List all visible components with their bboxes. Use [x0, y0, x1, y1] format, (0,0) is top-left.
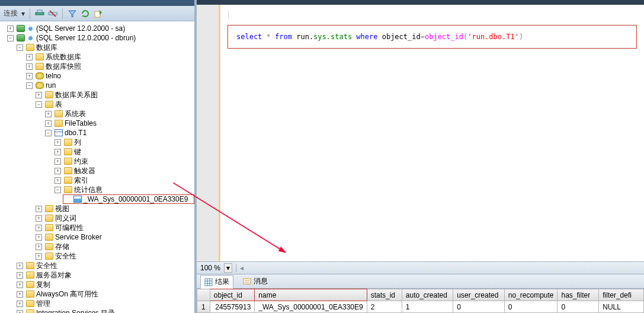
cell-name[interactable]: _WA_Sys_00000001_0EA330E9 [255, 301, 367, 313]
tree-db-telno[interactable]: +telno [25, 71, 194, 81]
cell-stats-id[interactable]: 2 [367, 301, 402, 313]
sql-string: 'run.dbo.T1' [467, 33, 519, 41]
tree-alwayson[interactable]: +AlwaysOn 高可用性 [15, 289, 194, 299]
col-has-filter[interactable]: has_filter [558, 289, 599, 301]
connect-icon[interactable] [35, 9, 44, 18]
tree-synonyms[interactable]: +同义词 [34, 213, 194, 223]
col-stats-id[interactable]: stats_id [367, 289, 402, 301]
tree-db-diagrams[interactable]: +数据库关系图 [34, 90, 194, 100]
tree-server-sa[interactable]: +(SQL Server 12.0.2000 - sa) [6, 24, 194, 33]
tree-table-dbo-t1[interactable]: −dbo.T1 [44, 128, 194, 138]
table-icon [55, 129, 63, 136]
folder-icon [26, 290, 34, 298]
cell-has-filter[interactable]: 0 [558, 301, 599, 313]
connect-label[interactable]: 连接 [4, 8, 18, 18]
col-name[interactable]: name [255, 289, 367, 301]
tab-messages[interactable]: 消息 [239, 275, 271, 288]
tree-triggers[interactable]: +触发器 [53, 166, 194, 175]
refresh-icon[interactable] [81, 9, 90, 18]
folder-icon [45, 91, 53, 98]
cell-object-id[interactable]: 245575913 [210, 301, 255, 313]
tree-constraints[interactable]: +约束 [53, 156, 194, 166]
disconnect-icon[interactable] [48, 9, 57, 18]
tree-security[interactable]: +安全性 [15, 261, 194, 270]
tree-storage[interactable]: +存储 [34, 242, 194, 251]
document-tab-strip[interactable] [197, 0, 644, 5]
tree-databases[interactable]: −数据库 [15, 43, 194, 52]
messages-icon [243, 277, 251, 286]
tree-keys[interactable]: +键 [53, 147, 194, 156]
tree-service-broker[interactable]: +Service Broker [34, 232, 194, 242]
folder-icon [64, 177, 72, 184]
sql-function: object_id [425, 33, 463, 41]
grid-row[interactable]: 1 245575913 _WA_Sys_00000001_0EA330E9 2 … [197, 301, 644, 313]
tree-management[interactable]: +管理 [15, 299, 194, 308]
zoom-level[interactable]: 100 % [200, 264, 220, 272]
folder-icon [45, 101, 53, 108]
sql-editor-area[interactable]: | select * from run.sys.stats where obje… [197, 5, 644, 261]
object-explorer-pane: 连接 ▾ +(SQL Server 12.0.2000 - sa) −(SQL … [0, 0, 197, 313]
sql-keyword: select [236, 33, 262, 41]
results-grid[interactable]: object_id name stats_id auto_created use… [197, 289, 644, 313]
folder-icon [55, 110, 63, 117]
svg-rect-4 [95, 11, 100, 17]
grid-corner[interactable] [197, 289, 210, 301]
tree-views[interactable]: +视图 [34, 204, 194, 213]
tree-stat-item[interactable]: _WA_Sys_00000001_0EA330E9 [63, 194, 194, 204]
tree-system-databases[interactable]: +系统数据库 [25, 52, 194, 62]
export-icon[interactable] [94, 9, 103, 18]
nav-left-icon[interactable]: ◂ [240, 264, 243, 272]
col-no-recompute[interactable]: no_recompute [504, 289, 558, 301]
tree-tables[interactable]: −表 [34, 100, 194, 109]
sql-keyword: from [275, 33, 292, 41]
col-auto-created[interactable]: auto_created [402, 289, 453, 301]
filter-icon[interactable] [68, 9, 77, 18]
toolbar-separator [30, 8, 30, 19]
row-number[interactable]: 1 [197, 301, 210, 313]
tree-db-run[interactable]: −run [25, 81, 194, 90]
folder-icon [45, 205, 53, 212]
server-icon [17, 34, 25, 41]
tab-results-label: 结果 [215, 277, 229, 287]
grid-header-row: object_id name stats_id auto_created use… [197, 289, 644, 301]
editor-gutter [197, 5, 220, 261]
tree-db-snapshots[interactable]: +数据库快照 [25, 62, 194, 71]
cell-no-recompute[interactable]: 0 [504, 301, 558, 313]
tree-integration-services[interactable]: +Integration Services 目录 [15, 308, 194, 313]
pane-title-bar [0, 0, 194, 6]
cell-user-created[interactable]: 0 [453, 301, 504, 313]
toolbar-separator [62, 8, 63, 19]
tree-programmability[interactable]: +可编程性 [34, 223, 194, 232]
tree-replication[interactable]: +复制 [15, 280, 194, 289]
database-icon [36, 82, 44, 89]
tree-filetables[interactable]: +FileTables [44, 119, 194, 128]
tree-server-objects[interactable]: +服务器对象 [15, 270, 194, 280]
sql-text: object_id [382, 33, 421, 41]
tree-indexes[interactable]: +索引 [53, 175, 194, 185]
zoom-dropdown-icon[interactable]: ▾ [224, 263, 232, 273]
col-user-created[interactable]: user_created [453, 289, 504, 301]
tree-statistics[interactable]: −统计信息 [53, 185, 194, 194]
folder-icon [64, 139, 72, 146]
sql-sysobj: sys.stats [313, 33, 352, 41]
object-explorer-tree[interactable]: +(SQL Server 12.0.2000 - sa) −(SQL Serve… [0, 21, 194, 313]
folder-icon [26, 300, 34, 307]
cell-filter-def[interactable]: NULL [599, 301, 644, 313]
sql-text-box[interactable]: select * from run.sys.stats where object… [228, 25, 637, 49]
folder-icon [26, 44, 34, 51]
col-filter-def[interactable]: filter_defi [599, 289, 644, 301]
tree-server-dbrun[interactable]: −(SQL Server 12.0.2000 - dbrun) [6, 33, 194, 43]
tab-results[interactable]: 结果 [200, 275, 233, 289]
folder-icon [45, 253, 53, 260]
connect-dropdown[interactable]: ▾ [21, 9, 25, 18]
tree-security-db[interactable]: +安全性 [34, 251, 194, 261]
editor-body[interactable]: | select * from run.sys.stats where obje… [220, 5, 644, 261]
tree-system-tables[interactable]: +系统表 [44, 109, 194, 119]
cell-auto-created[interactable]: 1 [402, 301, 453, 313]
tree-columns[interactable]: +列 [53, 138, 194, 147]
statistics-icon [73, 196, 82, 203]
folder-icon [26, 262, 34, 269]
folder-icon [26, 309, 34, 313]
folder-icon [26, 281, 34, 288]
col-object-id[interactable]: object_id [210, 289, 255, 301]
